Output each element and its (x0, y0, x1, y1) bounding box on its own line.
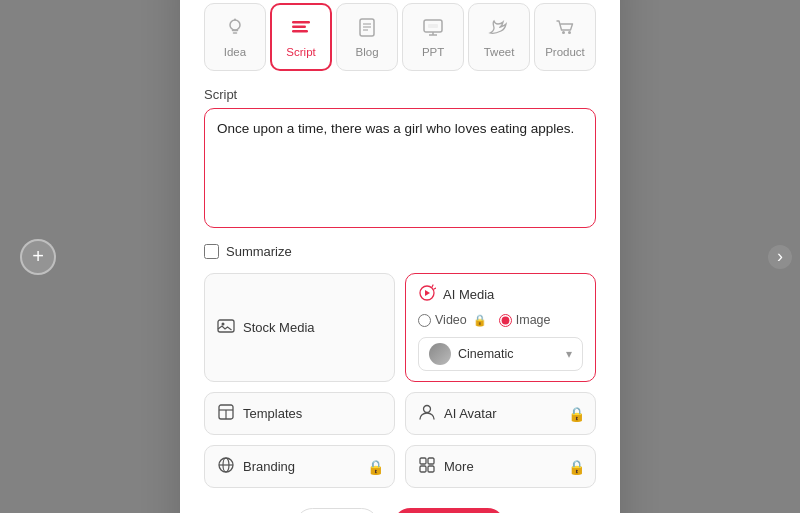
templates-icon (217, 403, 235, 424)
idea-label: Idea (224, 46, 246, 58)
magic-create-modal: Magic Create Idea Script Blog (180, 0, 620, 513)
blog-icon (356, 16, 378, 42)
ai-media-inner: AI Media Video 🔒 Image (418, 284, 583, 371)
tab-idea[interactable]: Idea (204, 3, 266, 71)
svg-rect-15 (218, 320, 234, 332)
more-icon (418, 456, 436, 477)
ppt-icon (422, 16, 444, 42)
image-radio[interactable] (499, 314, 512, 327)
script-textarea[interactable] (204, 108, 596, 228)
templates-label: Templates (243, 406, 302, 421)
stock-media-label: Stock Media (243, 320, 315, 335)
ai-avatar-icon (418, 403, 436, 424)
option-ai-avatar[interactable]: AI Avatar 🔒 (405, 392, 596, 435)
svg-point-0 (230, 20, 240, 30)
idea-icon (224, 16, 246, 42)
lock-icon: 🔒 (568, 406, 585, 422)
image-label: Image (516, 313, 551, 327)
branding-label: Branding (243, 459, 295, 474)
svg-rect-24 (420, 458, 426, 464)
more-label: More (444, 459, 474, 474)
ppt-label: PPT (422, 46, 444, 58)
svg-point-16 (222, 323, 225, 326)
left-panel: + (20, 239, 56, 275)
style-select[interactable]: Cinematic ▾ (418, 337, 583, 371)
right-arrow-button[interactable]: › (768, 245, 792, 269)
ai-avatar-label: AI Avatar (444, 406, 497, 421)
option-stock-media[interactable]: Stock Media (204, 273, 395, 382)
tab-row: Idea Script Blog PPT Tweet (204, 3, 596, 71)
svg-point-1 (234, 19, 236, 21)
option-more[interactable]: More 🔒 (405, 445, 596, 488)
script-label: Script (286, 46, 315, 58)
ai-media-label: AI Media (443, 287, 494, 302)
tweet-label: Tweet (484, 46, 515, 58)
style-label: Cinematic (458, 347, 514, 361)
tab-script[interactable]: Script (270, 3, 332, 71)
video-radio-option[interactable]: Video 🔒 (418, 313, 487, 327)
tab-blog[interactable]: Blog (336, 3, 398, 71)
blog-label: Blog (356, 46, 379, 58)
radio-row: Video 🔒 Image (418, 313, 583, 327)
svg-rect-3 (292, 26, 306, 29)
svg-rect-25 (428, 458, 434, 464)
svg-point-13 (562, 31, 565, 34)
video-radio[interactable] (418, 314, 431, 327)
stock-media-icon (217, 317, 235, 338)
cinema-avatar (429, 343, 451, 365)
modal-footer: Close ✓ Submit (204, 508, 596, 513)
tab-ppt[interactable]: PPT (402, 3, 464, 71)
tweet-icon (488, 16, 510, 42)
product-icon (554, 16, 576, 42)
add-button[interactable]: + (20, 239, 56, 275)
ai-media-title-row: AI Media (418, 284, 583, 305)
image-radio-option[interactable]: Image (499, 313, 551, 327)
svg-rect-26 (420, 466, 426, 472)
tab-tweet[interactable]: Tweet (468, 3, 530, 71)
svg-rect-12 (428, 24, 438, 28)
svg-rect-2 (292, 21, 310, 24)
tab-product[interactable]: Product (534, 3, 596, 71)
svg-point-20 (424, 406, 431, 413)
summarize-row: Summarize (204, 244, 596, 259)
submit-button[interactable]: ✓ Submit (393, 508, 505, 513)
script-field-label: Script (204, 87, 596, 102)
svg-point-14 (568, 31, 571, 34)
lock-icon: 🔒 (568, 459, 585, 475)
branding-icon (217, 456, 235, 477)
option-ai-media[interactable]: AI Media Video 🔒 Image (405, 273, 596, 382)
summarize-checkbox[interactable] (204, 244, 219, 259)
option-branding[interactable]: Branding 🔒 (204, 445, 395, 488)
video-label: Video (435, 313, 467, 327)
close-button[interactable]: Close (295, 508, 380, 513)
lock-icon: 🔒 (367, 459, 384, 475)
chevron-down-icon: ▾ (566, 347, 572, 361)
ai-media-icon (418, 284, 436, 305)
product-label: Product (545, 46, 585, 58)
lock-icon-video: 🔒 (473, 314, 487, 327)
script-icon (290, 16, 312, 42)
svg-rect-4 (292, 30, 308, 33)
options-grid: Stock Media AI Media Video 🔒 Image (204, 273, 596, 488)
svg-rect-27 (428, 466, 434, 472)
summarize-label: Summarize (226, 244, 292, 259)
option-templates[interactable]: Templates (204, 392, 395, 435)
